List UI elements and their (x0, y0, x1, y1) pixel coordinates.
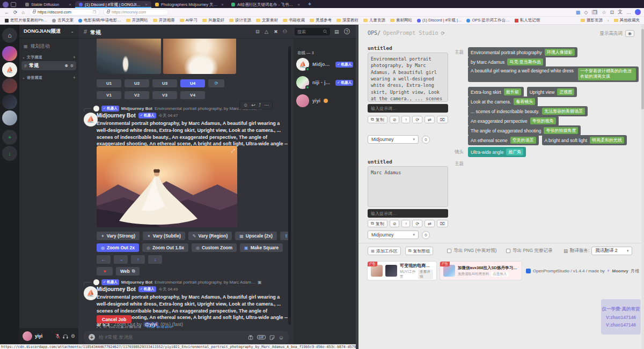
chat-scrollbar-thumb[interactable] (288, 49, 291, 317)
switch-fast-mode-link[interactable]: 切换 极速模式 (147, 325, 173, 328)
download-apps-icon[interactable]: ↓ (2, 146, 17, 161)
tab-close-icon[interactable]: × (297, 2, 300, 7)
tab-close-icon[interactable]: × (145, 2, 148, 7)
notifications-bell-icon[interactable]: △ (265, 29, 268, 34)
message-avatar[interactable]: ⛵ (84, 113, 98, 127)
export-up-button[interactable]: ↑ (401, 220, 410, 227)
home-icon[interactable]: ⌂ (22, 10, 25, 15)
channel-item-general[interactable]: # 常规 ⚉ ⚙ (21, 61, 76, 70)
bookmark-item[interactable]: 开源相册 (153, 18, 175, 23)
bookmark-folder-other[interactable]: 其他收藏夹 (614, 18, 640, 23)
export-png-full-checkbox[interactable]: 导出 PNG 完整记录 (506, 248, 552, 254)
screenshot-icon[interactable]: ⊡ (610, 10, 614, 15)
translate-icon[interactable]: 文 (618, 9, 623, 16)
message-author[interactable]: Midjourney Bot (97, 113, 136, 118)
category-text-channels[interactable]: ⌄ 文字频道 + (22, 55, 76, 60)
bookmark-item[interactable]: 素材网站 (390, 18, 412, 23)
bookmark-item[interactable]: 设计资源 (229, 18, 251, 23)
member-row[interactable]: niji・journey … ✓ 机器人 (296, 76, 353, 89)
prompt-tag[interactable]: A bright and soft light明亮柔和的光线 (542, 135, 627, 145)
bookmark-item[interactable]: 书籍收藏 (283, 18, 305, 23)
param-count-badge[interactable]: 0 (422, 231, 430, 239)
bookmark-folder-photography[interactable]: 摄影资源 (581, 18, 603, 23)
reroll-icon[interactable]: ⟳ (208, 79, 224, 87)
make-square-button[interactable]: ▣Make Square (240, 243, 283, 252)
prompt-input[interactable]: 输入提示词… (368, 104, 448, 113)
server-header[interactable]: DONGJIAN频道 ⌄ (19, 25, 78, 39)
inbox-icon[interactable]: ▤ (334, 29, 339, 34)
bookmark-item[interactable]: 深度教程 (336, 18, 358, 23)
prompt-tag[interactable]: The angle of exaggerated shooting夸张的拍摄角度 (468, 125, 581, 136)
copy-button[interactable]: ⧉复制 (368, 116, 387, 123)
prompt-tag[interactable]: Environmental portrait photography环境人像摄影 (468, 47, 577, 57)
delete-button[interactable]: ⌧ (437, 116, 448, 123)
address-bar-primary[interactable]: https://discord.com ❒ (29, 9, 100, 16)
favorite-star-icon[interactable]: ☆ (602, 10, 606, 15)
pan-down-button[interactable]: ↓ (148, 255, 162, 264)
custom-zoom-button[interactable]: ◎Custom Zoom (192, 243, 237, 252)
translate-service-select[interactable]: ▤ 翻译服务: 腾讯翻译 2▾ (564, 247, 632, 255)
prompt-tag[interactable]: Upright view正视图 (527, 87, 577, 97)
param-count-badge[interactable]: 0 (422, 136, 430, 144)
member-row[interactable]: ⛵ Midjourney Bot ✓ 机器人 (296, 58, 353, 71)
prompt-tag[interactable]: An exaggerated perspective夸张的视角 (468, 116, 559, 126)
bookmark-item[interactable]: 儿童资源 (363, 18, 385, 23)
bookmark-item[interactable]: 文案素材 (256, 18, 278, 23)
tab-discord[interactable]: (1) Discord | #常规 | DONGJIAN频道 × (75, 1, 151, 8)
pinned-messages-icon[interactable]: ✚ (273, 28, 279, 35)
message-avatar[interactable]: ⛵ (84, 286, 98, 300)
variation-button-v3[interactable]: V3 (152, 91, 177, 99)
upscale-button-u1[interactable]: U1 (97, 79, 121, 87)
upscale-4x-button[interactable]: ⇧Upscale (4x) (280, 232, 289, 240)
prompt-tag[interactable]: Extra-long skirt超长裙 (468, 87, 524, 97)
bookmark-item[interactable]: AI学习 (180, 18, 197, 23)
zoom-out-1-5x-button[interactable]: ◎Zoom Out 1.5x (142, 243, 188, 252)
tab-midjourney-notes[interactable]: Photographers Midjourney 关键… × (151, 1, 228, 8)
vary-region-button[interactable]: ✎Vary (Region) (188, 232, 232, 240)
message-author[interactable]: Midjourney Bot (97, 286, 136, 292)
gif-picker-icon[interactable]: GIF (257, 335, 266, 339)
refresh-icon[interactable]: ⟳ (13, 10, 18, 15)
favorite-heart-button[interactable]: ♥ (97, 267, 113, 276)
grid-image-right[interactable] (163, 39, 236, 74)
add-channel-icon[interactable]: + (73, 55, 76, 60)
extension-icon[interactable]: ▩ (576, 10, 581, 15)
mic-muted-icon[interactable] (55, 333, 60, 339)
server-avatar[interactable] (2, 46, 17, 61)
bookmark-item[interactable]: OPS 提示词工作台… (466, 18, 509, 23)
prompt-tag[interactable]: ... scenes of indescribable beauty.无法形容的… (468, 106, 588, 116)
category-voice-channels[interactable]: ⌄ 语音频道 + (22, 75, 76, 80)
emoji-picker-icon[interactable]: ☺ (279, 335, 284, 340)
ad-cta[interactable]: 点击加入 (491, 272, 508, 277)
collections-icon[interactable]: ◇ (584, 10, 588, 15)
help-icon[interactable]: ? (344, 28, 350, 34)
prompt-input[interactable]: 输入提示词… (368, 209, 448, 218)
tab-feishu-doc[interactable]: AI绘画社区关键词名作 - 飞书云… × (228, 1, 304, 8)
more-actions-icon[interactable]: ⋯ (264, 102, 269, 108)
zoom-out-2x-button[interactable]: ◎Zoom Out 2x (97, 243, 139, 252)
copilot-icon[interactable] (635, 9, 641, 15)
bookmarks-overflow-icon[interactable]: › (608, 18, 609, 23)
prompt-tag[interactable]: Look at the camera.看着镜头 (468, 96, 538, 107)
member-list-icon[interactable]: ⚇ (283, 29, 287, 34)
engine-select[interactable]: Midjourney▾ (368, 231, 419, 239)
copy-button[interactable]: ⧉复制 (368, 220, 387, 227)
variation-button-v1[interactable]: V1 (97, 91, 121, 99)
server-avatar-midjourney[interactable]: ⛵ (2, 62, 17, 77)
bookmark-item[interactable]: 私人笔记馆 (515, 18, 540, 23)
reply-icon[interactable]: ↩ (251, 102, 255, 108)
discord-home-icon[interactable]: ⌂ (2, 28, 17, 43)
deafen-icon[interactable] (63, 334, 68, 339)
bookmark-item[interactable]: 古风文案 (52, 18, 74, 23)
gift-icon[interactable] (248, 335, 253, 340)
copy-group-button[interactable]: ⧉复制整组 (405, 247, 434, 255)
expand-image-icon[interactable]: ⤢ (231, 148, 235, 154)
prompt-textarea[interactable]: Environmental portrait photography, by M… (368, 53, 448, 102)
ops-scrollbar-thumb[interactable] (641, 29, 644, 109)
pan-right-button[interactable]: → (114, 255, 128, 264)
upscale-button-u4[interactable]: U4 (180, 79, 205, 87)
grid-image-left[interactable] (97, 39, 161, 74)
bookmark-item[interactable]: 电影剪辑/华语电影… (78, 18, 121, 23)
engine-select[interactable]: Midjourney▾ (368, 135, 419, 144)
tab-search-icon[interactable] (11, 2, 16, 7)
